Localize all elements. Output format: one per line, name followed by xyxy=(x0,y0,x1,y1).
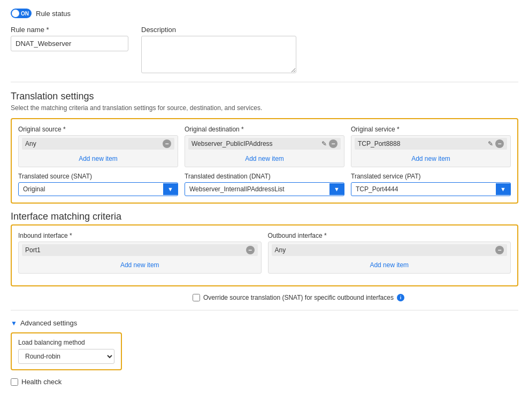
interface-section: Interface matching criteria Inbound inte… xyxy=(11,211,518,301)
original-destination-remove-btn[interactable]: − xyxy=(329,139,338,148)
advanced-section: ▼ Advanced settings Load balancing metho… xyxy=(11,319,518,370)
dnat-value: Webserver_InternalIPAddressList xyxy=(185,183,329,196)
original-service-item-text: TCP_Port8888 xyxy=(358,140,400,147)
inbound-remove-btn[interactable]: − xyxy=(246,246,255,254)
inbound-box: Port1 − Add new item xyxy=(18,242,262,274)
original-destination-label: Original destination * xyxy=(185,126,344,133)
inbound-item-row: Port1 − xyxy=(22,244,258,256)
inbound-group: Inbound interface * Port1 − Add new item xyxy=(18,232,262,274)
inbound-add-btn[interactable]: Add new item xyxy=(22,259,258,271)
original-destination-box: Webserver_PublicIPAddress ✎ − Add new it… xyxy=(185,135,344,167)
rule-status-row: ON Rule status xyxy=(11,9,518,18)
override-snat-label: Override source translation (SNAT) for s… xyxy=(203,294,394,301)
advanced-title: Advanced settings xyxy=(20,319,77,327)
interface-criteria-row: Inbound interface * Port1 − Add new item… xyxy=(18,232,511,274)
translation-border-box: Original source * Any − Add new item Ori… xyxy=(11,118,518,204)
original-source-remove-btn[interactable]: − xyxy=(163,139,171,148)
original-source-actions: − xyxy=(163,139,171,148)
dnat-dropdown[interactable]: Webserver_InternalIPAddressList ▼ xyxy=(185,182,344,196)
original-destination-add-btn[interactable]: Add new item xyxy=(188,153,341,165)
rule-status-label: Rule status xyxy=(36,10,71,18)
original-service-actions: ✎ − xyxy=(488,139,504,148)
original-source-item-row: Any − xyxy=(22,138,174,150)
divider-2 xyxy=(11,310,518,310)
snat-label: Translated source (SNAT) xyxy=(18,173,178,180)
interface-border-box: Inbound interface * Port1 − Add new item… xyxy=(11,224,518,286)
inbound-actions: − xyxy=(246,246,255,254)
snat-arrow-icon[interactable]: ▼ xyxy=(163,183,178,195)
outbound-box: Any − Add new item xyxy=(268,242,511,274)
rule-form-row: Rule name * Description xyxy=(11,26,518,73)
advanced-toggle-row[interactable]: ▼ Advanced settings xyxy=(11,319,518,327)
outbound-item-row: Any − xyxy=(272,244,508,256)
original-service-remove-btn[interactable]: − xyxy=(495,139,504,148)
pat-value: TCP_Port4444 xyxy=(351,183,496,196)
original-source-add-btn[interactable]: Add new item xyxy=(22,153,174,165)
interface-title: Interface matching criteria xyxy=(11,211,518,222)
original-destination-edit-icon[interactable]: ✎ xyxy=(321,140,327,147)
health-check-checkbox[interactable] xyxy=(11,378,18,386)
inbound-label: Inbound interface * xyxy=(18,232,262,239)
dnat-arrow-icon[interactable]: ▼ xyxy=(329,183,344,195)
original-service-item-row: TCP_Port8888 ✎ − xyxy=(355,138,507,150)
load-balance-box: Load balancing method Round-robin Least … xyxy=(11,332,122,370)
override-info-icon[interactable]: i xyxy=(397,294,404,301)
translation-subtitle: Select the matching criteria and transla… xyxy=(11,104,518,112)
original-source-label: Original source * xyxy=(18,126,178,133)
inbound-item-text: Port1 xyxy=(25,246,41,254)
original-source-group: Original source * Any − Add new item xyxy=(18,126,178,167)
description-label: Description xyxy=(141,26,296,34)
outbound-actions: − xyxy=(495,246,504,254)
description-group: Description xyxy=(141,26,296,73)
original-destination-item-text: Webserver_PublicIPAddress xyxy=(191,140,273,147)
outbound-add-btn[interactable]: Add new item xyxy=(272,259,508,271)
pat-dropdown[interactable]: TCP_Port4444 ▼ xyxy=(351,182,511,196)
description-textarea[interactable] xyxy=(141,36,296,73)
load-balance-label: Load balancing method xyxy=(18,339,114,346)
outbound-remove-btn[interactable]: − xyxy=(495,246,504,254)
snat-value: Original xyxy=(19,183,163,196)
pat-label: Translated service (PAT) xyxy=(351,173,511,180)
translation-section: Translation settings Select the matching… xyxy=(11,91,518,204)
translated-dropdowns-row: Translated source (SNAT) Original ▼ Tran… xyxy=(18,173,511,196)
rule-name-group: Rule name * xyxy=(11,26,128,73)
toggle-on-label: ON xyxy=(21,11,29,17)
snat-group: Translated source (SNAT) Original ▼ xyxy=(18,173,178,196)
pat-arrow-icon[interactable]: ▼ xyxy=(496,183,510,195)
outbound-label: Outbound interface * xyxy=(268,232,511,239)
rule-name-input[interactable] xyxy=(11,36,128,51)
original-service-group: Original service * TCP_Port8888 ✎ − Add … xyxy=(351,126,511,167)
original-service-edit-icon[interactable]: ✎ xyxy=(488,140,493,147)
health-check-label: Health check xyxy=(21,378,62,386)
override-snat-checkbox[interactable] xyxy=(193,294,200,301)
translation-title: Translation settings xyxy=(11,91,518,102)
original-destination-item-row: Webserver_PublicIPAddress ✎ − xyxy=(188,138,341,150)
original-service-label: Original service * xyxy=(351,126,511,133)
snat-dropdown[interactable]: Original ▼ xyxy=(18,182,178,196)
original-criteria-row: Original source * Any − Add new item Ori… xyxy=(18,126,511,167)
health-check-row: Health check xyxy=(11,378,518,386)
chevron-down-icon: ▼ xyxy=(11,320,17,327)
original-service-box: TCP_Port8888 ✎ − Add new item xyxy=(351,135,511,167)
toggle-knob xyxy=(12,10,19,17)
pat-group: Translated service (PAT) TCP_Port4444 ▼ xyxy=(351,173,511,196)
rule-name-label: Rule name * xyxy=(11,26,128,34)
rule-status-toggle[interactable]: ON xyxy=(11,9,32,18)
original-destination-actions: ✎ − xyxy=(321,139,338,148)
original-service-add-btn[interactable]: Add new item xyxy=(355,153,507,165)
divider-1 xyxy=(11,82,518,82)
dnat-group: Translated destination (DNAT) Webserver_… xyxy=(185,173,344,196)
original-destination-group: Original destination * Webserver_PublicI… xyxy=(185,126,344,167)
original-source-item-text: Any xyxy=(25,140,36,147)
original-source-box: Any − Add new item xyxy=(18,135,178,167)
outbound-group: Outbound interface * Any − Add new item xyxy=(268,232,511,274)
load-balance-select[interactable]: Round-robin Least connection IP hash Sou… xyxy=(18,349,114,364)
override-snat-row: Override source translation (SNAT) for s… xyxy=(193,294,518,301)
dnat-label: Translated destination (DNAT) xyxy=(185,173,344,180)
outbound-item-text: Any xyxy=(275,246,286,254)
